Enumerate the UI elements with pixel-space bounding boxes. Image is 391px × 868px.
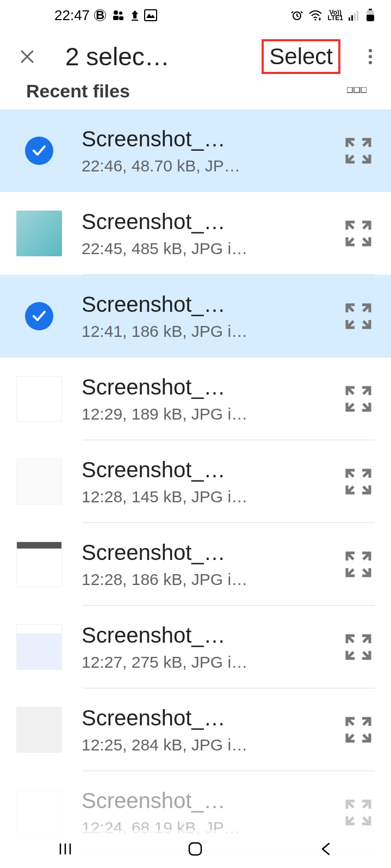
- svg-rect-5: [145, 10, 157, 21]
- expand-icon: [345, 633, 372, 661]
- expand-button[interactable]: [342, 217, 375, 250]
- file-thumbnail: [16, 211, 62, 256]
- svg-rect-9: [349, 17, 350, 21]
- thumb-wrap: [16, 459, 62, 504]
- file-thumbnail: [16, 541, 62, 587]
- recents-icon: [58, 842, 72, 856]
- file-info: Screenshot_…22:46, 48.70 kB, JP…: [82, 127, 331, 175]
- file-name: Screenshot_…: [82, 706, 331, 730]
- expand-button[interactable]: [342, 300, 375, 333]
- file-meta: 12:28, 145 kB, JPG i…: [82, 488, 331, 506]
- file-name: Screenshot_…: [82, 458, 331, 482]
- file-info: Screenshot_…12:28, 145 kB, JPG i…: [82, 458, 331, 506]
- svg-point-1: [119, 11, 122, 15]
- file-thumbnail: [16, 790, 62, 835]
- expand-button[interactable]: [342, 134, 375, 167]
- expand-icon: [345, 385, 372, 413]
- status-right: Vo))LTE1: [291, 9, 375, 22]
- browser-icon: B: [94, 9, 106, 21]
- file-info: Screenshot_…22:45, 485 kB, JPG i…: [82, 210, 331, 258]
- expand-button[interactable]: [342, 548, 375, 581]
- wifi-icon: [308, 9, 322, 21]
- grid-view-icon[interactable]: [347, 87, 367, 100]
- file-item[interactable]: Screenshot_…12:28, 145 kB, JPG i…: [0, 440, 391, 523]
- selected-check-icon: [25, 302, 53, 330]
- file-item[interactable]: Screenshot_…12:25, 284 kB, JPG i…: [0, 688, 391, 771]
- thumb-wrap: [16, 128, 62, 174]
- file-meta: 22:45, 485 kB, JPG i…: [82, 239, 331, 258]
- expand-button[interactable]: [342, 383, 375, 415]
- nav-back-button[interactable]: [309, 838, 342, 860]
- svg-point-8: [314, 19, 316, 21]
- expand-button[interactable]: [342, 796, 375, 829]
- file-item[interactable]: Screenshot_…12:41, 186 kB, JPG i…: [0, 275, 391, 358]
- file-thumbnail: [16, 624, 62, 670]
- file-meta: 22:46, 48.70 kB, JP…: [82, 157, 331, 175]
- expand-button[interactable]: [342, 713, 375, 746]
- home-icon: [187, 841, 203, 857]
- thumb-wrap: [16, 376, 62, 422]
- section-header: Recent files: [0, 83, 391, 109]
- thumb-wrap: [16, 624, 62, 670]
- svg-rect-10: [351, 15, 353, 21]
- file-list: Screenshot_…22:46, 48.70 kB, JP…Screensh…: [0, 109, 391, 854]
- thumb-wrap: [16, 541, 62, 587]
- header-bar: 2 selec… Select: [0, 30, 391, 85]
- section-label: Recent files: [26, 81, 130, 102]
- close-button[interactable]: [16, 46, 38, 67]
- file-meta: 12:29, 189 kB, JPG i…: [82, 405, 331, 423]
- select-all-button[interactable]: Select: [262, 39, 340, 74]
- file-item[interactable]: Screenshot_…12:27, 275 kB, JPG i…: [0, 606, 391, 688]
- nav-home-button[interactable]: [179, 838, 212, 860]
- file-info: Screenshot_…12:29, 189 kB, JPG i…: [82, 375, 331, 423]
- file-thumbnail: [16, 459, 62, 504]
- expand-icon: [345, 551, 372, 578]
- file-name: Screenshot_…: [82, 789, 331, 813]
- svg-point-16: [369, 49, 372, 52]
- svg-rect-25: [189, 843, 201, 855]
- gallery-icon: [144, 9, 157, 21]
- expand-button[interactable]: [342, 465, 375, 498]
- thumb-wrap: [16, 790, 62, 835]
- signal-icon: [349, 10, 361, 21]
- file-meta: 12:27, 275 kB, JPG i…: [82, 653, 331, 672]
- more-options-button[interactable]: [359, 46, 381, 67]
- file-name: Screenshot_…: [82, 375, 331, 399]
- navigation-bar: [0, 830, 391, 868]
- svg-point-17: [369, 55, 372, 58]
- file-name: Screenshot_…: [82, 210, 331, 234]
- nav-recents-button[interactable]: [49, 838, 82, 860]
- file-thumbnail: [16, 707, 62, 753]
- alarm-icon: [291, 9, 303, 21]
- selection-count-title: 2 selec…: [65, 42, 256, 71]
- file-info: Screenshot_…12:28, 186 kB, JPG i…: [82, 540, 331, 589]
- file-name: Screenshot_…: [82, 292, 331, 317]
- volte-icon: Vo))LTE1: [328, 10, 343, 21]
- file-item[interactable]: Screenshot_…22:46, 48.70 kB, JP…: [0, 109, 391, 192]
- file-item[interactable]: Screenshot_…12:29, 189 kB, JPG i…: [0, 358, 391, 440]
- status-left: 22:47 B: [54, 7, 157, 24]
- thumb-wrap: [16, 293, 62, 339]
- back-icon: [319, 841, 332, 857]
- file-item[interactable]: Screenshot_…22:45, 485 kB, JPG i…: [0, 192, 391, 275]
- file-item[interactable]: Screenshot_…12:28, 186 kB, JPG i…: [0, 523, 391, 606]
- thumb-wrap: [16, 707, 62, 753]
- more-vertical-icon: [368, 48, 373, 65]
- svg-marker-6: [146, 14, 155, 18]
- upload-icon: [130, 9, 140, 21]
- file-name: Screenshot_…: [82, 623, 331, 648]
- file-thumbnail: [16, 376, 62, 422]
- status-bar: 22:47 B Vo))LTE1: [0, 0, 391, 30]
- svg-point-0: [114, 10, 118, 15]
- selected-check-icon: [25, 137, 53, 165]
- svg-point-18: [369, 61, 372, 64]
- expand-icon: [345, 220, 372, 247]
- expand-button[interactable]: [342, 631, 375, 663]
- file-info: Screenshot_…12:27, 275 kB, JPG i…: [82, 623, 331, 672]
- svg-rect-3: [119, 16, 123, 20]
- svg-rect-13: [369, 9, 372, 10]
- file-info: Screenshot_…12:25, 284 kB, JPG i…: [82, 706, 331, 754]
- file-meta: 12:28, 186 kB, JPG i…: [82, 570, 331, 589]
- svg-rect-21: [361, 87, 367, 93]
- close-icon: [18, 48, 36, 65]
